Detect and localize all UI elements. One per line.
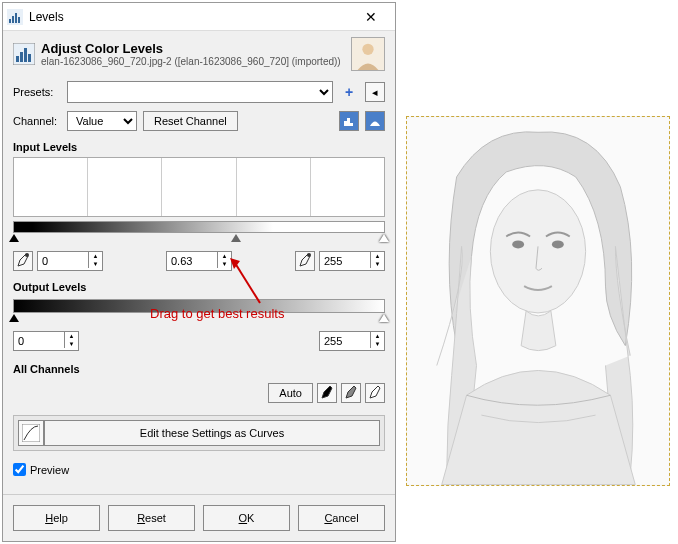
- svg-rect-9: [28, 54, 31, 62]
- preview-checkbox-label[interactable]: Preview: [13, 463, 69, 476]
- svg-point-21: [512, 240, 524, 248]
- gamma-slider[interactable]: [231, 234, 241, 242]
- output-high-slider[interactable]: [379, 314, 389, 322]
- input-levels-label: Input Levels: [3, 135, 395, 155]
- dialog-title: Adjust Color Levels: [41, 41, 351, 56]
- svg-point-15: [307, 253, 311, 257]
- reset-channel-button[interactable]: Reset Channel: [143, 111, 238, 131]
- annotation-arrow-icon: [230, 258, 270, 308]
- presets-label: Presets:: [13, 86, 61, 98]
- preview-row: Preview: [3, 457, 395, 484]
- channel-row: Channel: Value Reset Channel: [3, 107, 395, 135]
- black-eyedropper-button[interactable]: [13, 251, 33, 271]
- input-gradient[interactable]: [13, 221, 385, 233]
- spin-up[interactable]: ▲: [88, 252, 102, 260]
- add-preset-button[interactable]: +: [339, 82, 359, 102]
- linear-histogram-icon[interactable]: [339, 111, 359, 131]
- app-icon: [7, 9, 23, 25]
- pick-white-eyedropper[interactable]: [365, 383, 385, 403]
- histogram: [13, 157, 385, 217]
- presets-select[interactable]: [67, 81, 333, 103]
- curves-row: Edit these Settings as Curves: [13, 415, 385, 451]
- edit-as-curves-button[interactable]: Edit these Settings as Curves: [44, 420, 380, 446]
- channel-label: Channel:: [13, 115, 61, 127]
- white-point-slider[interactable]: [379, 234, 389, 242]
- svg-rect-4: [18, 17, 20, 23]
- spin-down[interactable]: ▼: [370, 340, 384, 348]
- image-thumbnail: [351, 37, 385, 71]
- presets-row: Presets: + ◂: [3, 77, 395, 107]
- preview-checkbox[interactable]: [13, 463, 26, 476]
- pick-gray-eyedropper[interactable]: [341, 383, 361, 403]
- preset-menu-button[interactable]: ◂: [365, 82, 385, 102]
- input-levels-values: ▲▼ ▲▼ ▲▼: [3, 233, 395, 275]
- reset-button[interactable]: Reset: [108, 505, 195, 531]
- output-low-field[interactable]: [14, 332, 64, 350]
- output-low-slider[interactable]: [9, 314, 19, 322]
- annotation-text: Drag to get best results: [150, 306, 284, 321]
- input-low-field[interactable]: [38, 252, 88, 270]
- levels-dialog: Levels ✕ Adjust Color Levels elan-162308…: [2, 2, 396, 542]
- levels-icon: [13, 43, 35, 65]
- black-point-slider[interactable]: [9, 234, 19, 242]
- output-levels-label: Output Levels: [3, 275, 395, 295]
- all-channels-label: All Channels: [3, 357, 395, 377]
- svg-rect-7: [20, 52, 23, 62]
- svg-line-17: [235, 263, 260, 303]
- svg-rect-1: [9, 19, 11, 23]
- dialog-footer: Help Reset OK Cancel: [3, 494, 395, 541]
- svg-point-11: [362, 44, 373, 55]
- image-canvas: [406, 116, 670, 486]
- spin-down[interactable]: ▼: [217, 260, 231, 268]
- spin-down[interactable]: ▼: [64, 340, 78, 348]
- dialog-filename: elan-1623086_960_720.jpg-2 ([elan-162308…: [41, 56, 351, 67]
- pick-black-eyedropper[interactable]: [317, 383, 337, 403]
- input-high-field[interactable]: [320, 252, 370, 270]
- dialog-header: Adjust Color Levels elan-1623086_960_720…: [3, 31, 395, 77]
- curves-icon[interactable]: [18, 420, 44, 446]
- cancel-button[interactable]: Cancel: [298, 505, 385, 531]
- close-button[interactable]: ✕: [351, 9, 391, 25]
- spin-down[interactable]: ▼: [370, 260, 384, 268]
- spin-up[interactable]: ▲: [217, 252, 231, 260]
- channel-select[interactable]: Value: [67, 111, 137, 131]
- help-button[interactable]: Help: [13, 505, 100, 531]
- output-high-field[interactable]: [320, 332, 370, 350]
- spin-up[interactable]: ▲: [370, 252, 384, 260]
- svg-point-14: [25, 253, 29, 257]
- ok-button[interactable]: OK: [203, 505, 290, 531]
- svg-point-22: [552, 240, 564, 248]
- spin-up[interactable]: ▲: [64, 332, 78, 340]
- input-gamma-field[interactable]: [167, 252, 217, 270]
- titlebar: Levels ✕: [3, 3, 395, 31]
- svg-rect-3: [15, 13, 17, 23]
- auto-button[interactable]: Auto: [268, 383, 313, 403]
- white-eyedropper-button[interactable]: [295, 251, 315, 271]
- log-histogram-icon[interactable]: [365, 111, 385, 131]
- svg-rect-6: [16, 56, 19, 62]
- svg-rect-8: [24, 48, 27, 62]
- spin-down[interactable]: ▼: [88, 260, 102, 268]
- window-title: Levels: [29, 10, 351, 24]
- svg-rect-2: [12, 16, 14, 23]
- spin-up[interactable]: ▲: [370, 332, 384, 340]
- all-channels-row: Auto: [3, 377, 395, 409]
